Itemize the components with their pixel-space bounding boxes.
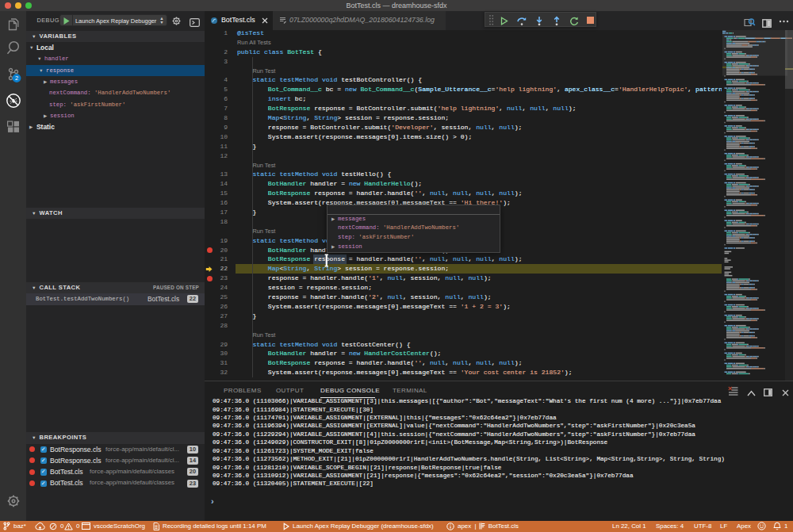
svg-text:2: 2 — [14, 75, 17, 82]
